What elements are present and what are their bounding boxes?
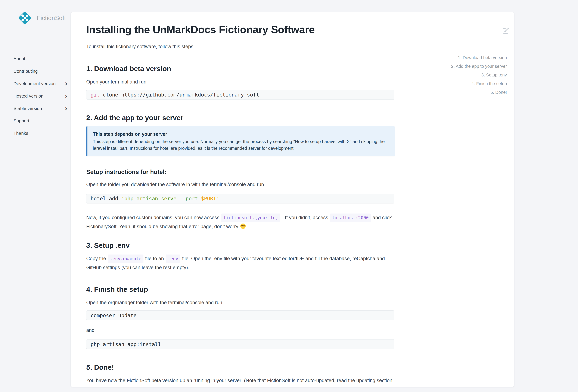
paragraph: Open your terminal and run	[86, 78, 394, 86]
code-block-artisan-install: php artisan app:install	[86, 339, 394, 349]
paragraph-done: You have now the FictionSoft beta versio…	[86, 376, 394, 387]
sidebar-item-label: Development version	[13, 81, 56, 86]
toc-item-done[interactable]: 5. Done!	[451, 88, 507, 97]
article-content: Installing the UnMarkDocs Fictionary Sof…	[86, 12, 394, 387]
code-text: php artisan app:install	[91, 341, 161, 347]
sidebar-item-about[interactable]: About	[13, 52, 67, 65]
sidebar-item-label: About	[13, 56, 25, 61]
table-of-contents: 1. Download beta version 2. Add the app …	[451, 53, 507, 97]
sidebar-item-stable-version[interactable]: Stable version ›	[13, 102, 67, 115]
edit-page-button[interactable]	[501, 27, 510, 35]
paragraph-text: file to an	[145, 256, 164, 261]
inline-code-fictionsoft-domain: fictionsoft.{yourtld}	[221, 214, 281, 222]
sidebar-item-label: Support	[13, 118, 29, 124]
code-text: hotel add	[91, 196, 121, 202]
callout-body: This step is different depending on the …	[93, 138, 389, 152]
sidebar-item-label: Hosted version	[13, 93, 44, 99]
code-keyword: git	[91, 92, 100, 98]
sidebar-item-thanks[interactable]: Thanks	[13, 127, 67, 139]
brand-name: FictionSoft	[37, 15, 66, 21]
paragraph-text: Copy the	[86, 256, 106, 261]
toc-item-download-beta-version[interactable]: 1. Download beta version	[451, 53, 507, 62]
sidebar-item-development-version[interactable]: Development version ›	[13, 77, 67, 90]
sidebar-item-hosted-version[interactable]: Hosted version ›	[13, 90, 67, 102]
code-block-composer-update: composer update	[86, 310, 394, 320]
sidebar-nav: About Contributing Development version ›…	[13, 52, 67, 139]
paragraph-text: . If you didn't, access	[282, 215, 328, 220]
sidebar-item-label: Stable version	[13, 106, 42, 111]
chevron-right-icon: ›	[65, 93, 67, 99]
toc-item-finish-setup[interactable]: 4. Finish the setup	[451, 79, 507, 88]
section-heading-finish-setup: 4. Finish the setup	[86, 285, 394, 294]
chevron-right-icon: ›	[65, 80, 67, 87]
paragraph-and: and	[86, 326, 394, 334]
page-title: Installing the UnMarkDocs Fictionary Sof…	[86, 23, 394, 36]
paragraph: Open the folder you downloader the softw…	[86, 180, 394, 188]
intro-paragraph: To install this fictionary software, fol…	[86, 42, 394, 50]
sidebar-item-label: Contributing	[13, 69, 38, 74]
section-heading-add-app: 2. Add the app to your server	[86, 113, 394, 122]
brand: FictionSoft	[17, 10, 66, 25]
code-block-git-clone: git clone https://github.com/unmarkdocs/…	[86, 90, 394, 100]
sidebar-item-contributing[interactable]: Contributing	[13, 65, 67, 77]
paragraph-custom-domains: Now, if you configured custom domains, y…	[86, 213, 394, 231]
code-text: composer update	[91, 312, 137, 318]
code-string: '	[216, 196, 219, 202]
grinning-face-emoji	[240, 223, 246, 229]
chevron-right-icon: ›	[65, 105, 67, 112]
subsection-heading-hotel: Setup instructions for hotel:	[86, 168, 394, 176]
toc-item-setup-env[interactable]: 3. Setup .env	[451, 71, 507, 79]
sidebar: FictionSoft About Contributing Developme…	[0, 0, 71, 392]
edit-icon	[502, 27, 509, 34]
paragraph: Open the orgmanager folder with the term…	[86, 298, 394, 306]
toc-item-add-app-to-server[interactable]: 2. Add the app to your server	[451, 62, 507, 71]
sidebar-item-support[interactable]: Support	[13, 115, 67, 127]
inline-code-env: .env	[166, 255, 180, 263]
section-heading-setup-env: 3. Setup .env	[86, 241, 394, 250]
code-variable: $PORT	[201, 196, 216, 202]
article-card: 1. Download beta version 2. Add the app …	[71, 12, 514, 387]
code-block-hotel-add: hotel add 'php artisan serve --port $POR…	[86, 194, 394, 204]
callout-title: This step depends on your server	[93, 131, 389, 137]
section-heading-download-beta: 1. Download beta version	[86, 64, 394, 73]
fictionsoft-logo-icon	[17, 10, 32, 25]
inline-code-localhost: localhost:2000	[330, 214, 371, 222]
code-text: clone https://github.com/unmarkdocs/fict…	[100, 92, 259, 98]
paragraph-env: Copy the.env.examplefile to an.envfile. …	[86, 254, 394, 271]
sidebar-item-label: Thanks	[13, 131, 28, 136]
paragraph-text: Now, if you configured custom domains, y…	[86, 215, 220, 220]
code-string: 'php artisan serve --port	[121, 196, 201, 202]
inline-code-env-example: .env.example	[108, 255, 144, 263]
section-heading-done: 5. Done!	[86, 363, 394, 372]
info-callout: This step depends on your server This st…	[86, 127, 395, 156]
